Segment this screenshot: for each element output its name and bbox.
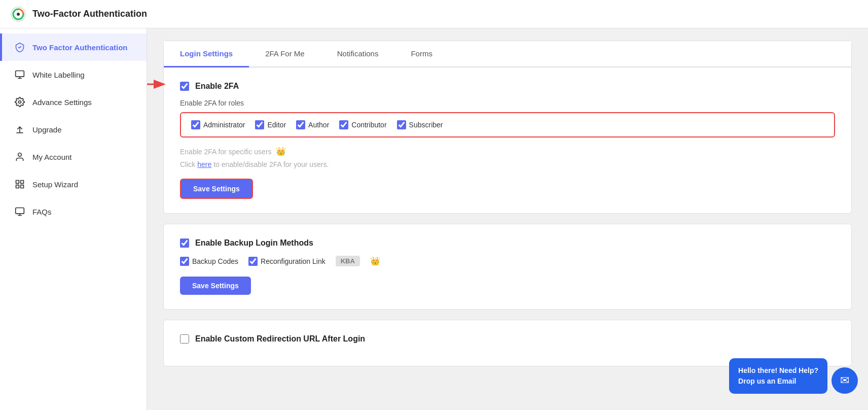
- backup-codes-item: Backup Codes: [180, 257, 238, 266]
- main-layout: Two Factor Authentication White Labellin…: [0, 28, 868, 410]
- help-bubble-line2: Drop us an Email: [738, 376, 818, 387]
- role-editor-label: Editor: [267, 121, 286, 129]
- click-here-link[interactable]: here: [197, 160, 211, 168]
- role-contributor-label: Contributor: [351, 121, 386, 129]
- shield-icon: [14, 42, 25, 53]
- role-subscriber-label: Subscriber: [409, 121, 443, 129]
- gear-icon: [14, 96, 25, 108]
- tab-2fa-for-me[interactable]: 2FA For Me: [249, 41, 321, 67]
- role-author: Author: [296, 120, 329, 129]
- role-administrator-label: Administrator: [203, 121, 245, 129]
- role-subscriber: Subscriber: [397, 120, 443, 129]
- specific-users-label: Enable 2FA for specific users: [180, 148, 272, 156]
- kba-badge: KBA: [336, 256, 360, 266]
- sidebar-item-two-factor[interactable]: Two Factor Authentication: [0, 33, 147, 61]
- svg-rect-2: [16, 71, 24, 77]
- enable-backup-checkbox[interactable]: [180, 238, 189, 248]
- svg-rect-6: [16, 181, 19, 184]
- enable-backup-row: Enable Backup Login Methods: [180, 238, 835, 248]
- person-icon: [14, 151, 25, 162]
- sidebar-label-setup-wizard: Setup Wizard: [32, 180, 78, 189]
- sidebar-label-faqs: FAQs: [32, 208, 52, 216]
- enable-2fa-row: Enable 2FA: [180, 82, 835, 91]
- backup-codes-label: Backup Codes: [192, 257, 238, 265]
- monitor-icon: [14, 69, 25, 80]
- sidebar-item-my-account[interactable]: My Account: [0, 143, 147, 170]
- save-settings-button-1[interactable]: Save Settings: [180, 179, 253, 199]
- chat-icon: ✉: [840, 374, 849, 387]
- help-bubble: Hello there! Need Help? Drop us an Email: [729, 358, 827, 394]
- enable-2fa-checkbox[interactable]: [180, 82, 189, 91]
- backup-codes-checkbox[interactable]: [180, 257, 189, 266]
- sidebar-label-my-account: My Account: [32, 153, 72, 161]
- enable-2fa-label: Enable 2FA: [195, 82, 239, 91]
- reconfig-link-label: Reconfiguration Link: [261, 257, 326, 265]
- roles-box: Administrator Editor Author Contributor …: [180, 112, 835, 138]
- svg-rect-10: [16, 208, 24, 214]
- svg-rect-9: [21, 185, 24, 188]
- role-subscriber-checkbox[interactable]: [397, 120, 406, 129]
- faq-icon: [14, 206, 25, 217]
- kba-crown-icon: 👑: [370, 256, 380, 266]
- specific-users-row: Enable 2FA for specific users 👑: [180, 147, 835, 156]
- custom-redirection-checkbox[interactable]: [180, 334, 189, 344]
- red-arrow-icon: [147, 77, 169, 92]
- sidebar-item-setup-wizard[interactable]: Setup Wizard: [0, 170, 147, 198]
- save-settings-button-2[interactable]: Save Settings: [180, 277, 251, 295]
- app-logo: [10, 6, 26, 22]
- svg-point-5: [18, 153, 22, 157]
- sidebar-label-two-factor: Two Factor Authentication: [32, 43, 128, 52]
- tab-forms[interactable]: Forms: [394, 41, 449, 67]
- sidebar-item-white-labelling[interactable]: White Labelling: [0, 61, 147, 88]
- app-title: Two-Factor Authentication: [32, 9, 147, 19]
- role-author-label: Author: [308, 121, 329, 129]
- svg-rect-8: [16, 185, 19, 188]
- reconfig-link-item: Reconfiguration Link: [248, 257, 326, 266]
- sidebar: Two Factor Authentication White Labellin…: [0, 28, 147, 410]
- custom-redirection-label: Enable Custom Redirection URL After Logi…: [195, 334, 365, 344]
- role-contributor: Contributor: [339, 120, 386, 129]
- svg-point-3: [19, 101, 21, 104]
- role-editor: Editor: [255, 120, 286, 129]
- help-bubble-line1: Hello there! Need Help?: [738, 365, 818, 376]
- click-here-text: Click here to enable/disable 2FA for you…: [180, 160, 835, 168]
- custom-redirection-row: Enable Custom Redirection URL After Logi…: [180, 334, 835, 344]
- role-author-checkbox[interactable]: [296, 120, 305, 129]
- svg-point-1: [17, 13, 20, 16]
- sidebar-item-advance-settings[interactable]: Advance Settings: [0, 88, 147, 116]
- main-content: Login Settings 2FA For Me Notifications …: [147, 28, 868, 410]
- role-editor-checkbox[interactable]: [255, 120, 264, 129]
- enable-backup-label: Enable Backup Login Methods: [195, 238, 313, 248]
- role-administrator: Administrator: [191, 120, 245, 129]
- upgrade-icon: [14, 124, 25, 135]
- role-administrator-checkbox[interactable]: [191, 120, 200, 129]
- grid-icon: [14, 179, 25, 190]
- tabs-wrapper: Login Settings 2FA For Me Notifications …: [163, 41, 852, 67]
- backup-methods-row: Backup Codes Reconfiguration Link KBA 👑: [180, 256, 835, 266]
- sidebar-label-white-labelling: White Labelling: [32, 71, 85, 79]
- sidebar-item-faqs[interactable]: FAQs: [0, 198, 147, 225]
- enable-2fa-card: Enable 2FA Enable 2FA for roles Administ…: [163, 67, 852, 214]
- reconfig-link-checkbox[interactable]: [248, 257, 258, 266]
- arrow-annotation: [147, 77, 169, 92]
- topbar: Two-Factor Authentication: [0, 0, 868, 28]
- crown-icon: 👑: [276, 147, 286, 156]
- backup-login-card: Enable Backup Login Methods Backup Codes…: [163, 224, 852, 310]
- role-contributor-checkbox[interactable]: [339, 120, 348, 129]
- sidebar-label-advance-settings: Advance Settings: [32, 98, 92, 107]
- sidebar-label-upgrade: Upgrade: [32, 125, 62, 134]
- chat-button[interactable]: ✉: [831, 367, 858, 394]
- roles-section-label: Enable 2FA for roles: [180, 99, 835, 107]
- svg-rect-7: [21, 181, 24, 184]
- tab-notifications[interactable]: Notifications: [321, 41, 395, 67]
- sidebar-item-upgrade[interactable]: Upgrade: [0, 116, 147, 143]
- tab-login-settings[interactable]: Login Settings: [164, 41, 249, 67]
- tab-bar: Login Settings 2FA For Me Notifications …: [164, 41, 851, 67]
